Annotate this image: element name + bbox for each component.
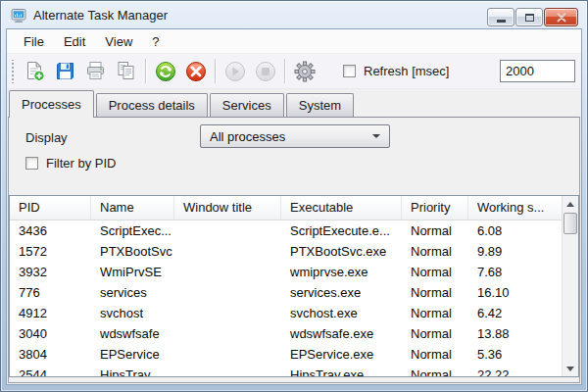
table-cell: PTXBootSvc [91,241,174,262]
toolbar-gripper[interactable] [11,60,15,83]
table-cell: 6.08 [468,220,562,241]
table-cell: 4912 [10,303,91,323]
refresh-interval-group: Refresh [msec] [343,64,449,78]
tab-bar: Processes Process details Services Syste… [7,89,581,117]
stop-icon [254,60,277,83]
toolbar-separator [215,59,216,83]
end-process-button[interactable] [180,56,211,86]
table-cell: EPService.exe [281,344,402,365]
scroll-up-button[interactable] [563,196,578,212]
column-header-priority[interactable]: Priority [402,196,468,220]
table-cell: 7.68 [468,262,562,282]
table-cell: 13.88 [468,323,562,344]
column-header-pid[interactable]: PID [10,196,91,220]
maximize-button[interactable] [515,8,543,26]
start-icon [223,60,247,83]
settings-button[interactable] [289,56,319,86]
column-header-window-title[interactable]: Window title [174,196,281,220]
chevron-down-icon [372,134,380,138]
table-cell: Normal [402,303,468,323]
display-label: Display [25,130,68,145]
window-controls [487,8,578,26]
new-document-button[interactable] [20,56,50,86]
column-header-working-set[interactable]: Working s... [468,196,562,220]
column-header-executable[interactable]: Executable [281,196,402,220]
table-cell: 3436 [10,220,91,241]
table-row[interactable]: 2544HipsTrayHipsTray.exeNormal22.22 [10,365,562,376]
table-row[interactable]: 3040wdswfsafewdswfsafe.exeNormal13.88 [10,323,562,344]
table-cell: svchost [91,303,174,323]
table-cell: Normal [402,241,468,262]
app-monitor-icon [11,8,26,24]
table-cell [174,241,281,262]
table-row[interactable]: 3932WmiPrvSEwmiprvse.exeNormal7.68 [10,262,562,282]
table-row[interactable]: 1572PTXBootSvcPTXBootSvc.exeNormal9.89 [10,241,562,262]
table-cell: services [91,282,174,303]
scroll-down-button[interactable] [563,361,578,376]
tab-system[interactable]: System [286,93,354,117]
refresh-checkbox[interactable] [343,65,356,77]
tab-services[interactable]: Services [210,93,284,117]
menu-help[interactable]: ? [142,29,169,53]
interval-input[interactable] [500,60,575,82]
table-cell: services.exe [281,282,402,303]
table-cell: 776 [10,282,91,303]
table-cell [174,262,281,282]
table-row[interactable]: 3436ScriptExec...ScriptExecute.e...Norma… [10,220,562,241]
table-cell: HipsTray [91,365,174,376]
copy-icon [115,60,137,82]
table-cell: EPService [91,344,174,365]
column-header-name[interactable]: Name [91,196,174,220]
print-button[interactable] [80,56,111,86]
table-cell: Normal [402,282,468,303]
arrow-down-icon [566,367,574,371]
settings-icon [293,60,317,83]
tab-processes[interactable]: Processes [9,90,94,118]
table-cell: wmiprvse.exe [281,262,402,282]
vertical-scrollbar[interactable] [562,196,578,376]
display-select[interactable]: All processes [200,124,390,148]
end-process-icon [184,60,208,83]
app-window: Alternate Task Manager File Edit View ? [0,0,588,392]
table-cell [174,344,281,365]
table-cell: 1572 [10,241,91,262]
table-cell: Normal [402,262,468,282]
filter-by-pid-checkbox[interactable] [25,157,38,170]
close-button[interactable] [544,8,578,26]
processes-panel: Display All processes Filter by PID PID … [8,117,580,383]
minimize-button[interactable] [487,8,514,26]
table-cell: 3804 [10,344,91,365]
toolbar-separator [145,59,146,83]
table-cell: Normal [402,344,468,365]
arrow-up-icon [566,202,574,207]
menu-file[interactable]: File [14,29,54,53]
filter-by-pid-label: Filter by PID [46,156,117,171]
table-cell: wdswfsafe [91,323,174,344]
table-cell: wdswfsafe.exe [281,323,402,344]
refresh-checkbox-label: Refresh [msec] [364,64,449,78]
table-row[interactable]: 3804EPServiceEPService.exeNormal5.36 [10,344,562,365]
menu-edit[interactable]: Edit [54,29,95,53]
refresh-icon [154,60,177,83]
table-cell: PTXBootSvc.exe [281,241,402,262]
table-cell: Normal [402,365,468,376]
tab-process-details[interactable]: Process details [96,93,208,117]
filter-by-pid-group: Filter by PID [25,156,117,171]
table-row[interactable]: 776servicesservices.exeNormal16.10 [10,282,562,303]
menu-view[interactable]: View [95,29,142,53]
table-cell [174,365,281,376]
scrollbar-thumb[interactable] [564,213,577,234]
copy-button[interactable] [111,56,141,86]
save-button[interactable] [50,56,80,86]
table-row[interactable]: 4912svchostsvchost.exeNormal6.42 [10,303,562,323]
table-cell: 5.36 [468,344,562,365]
start-button[interactable] [220,56,250,86]
save-icon [54,60,76,82]
table-cell [174,303,281,323]
refresh-button[interactable] [150,56,180,86]
display-select-value: All processes [210,129,285,144]
process-table: PID Name Window title Executable Priorit… [9,195,579,377]
table-cell: 2544 [10,365,91,376]
stop-button[interactable] [250,56,280,86]
window-title: Alternate Task Manager [33,8,168,23]
